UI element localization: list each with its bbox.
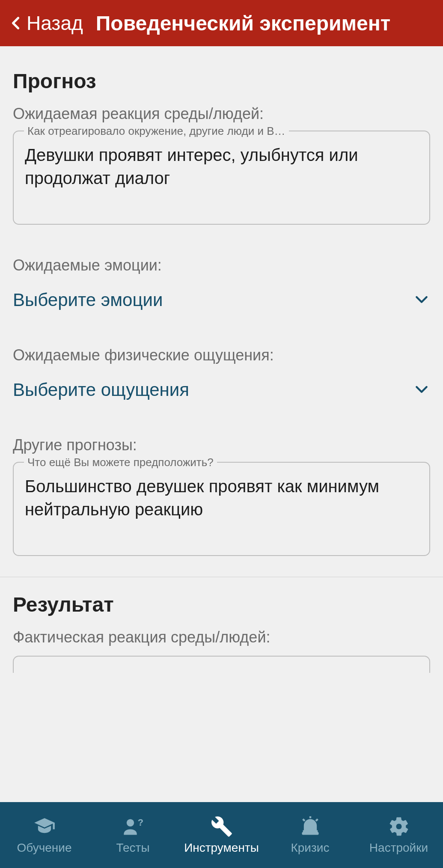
- nav-tools[interactable]: Инструменты: [177, 802, 266, 868]
- select-sensations-dropdown[interactable]: Выберите ощущения: [13, 372, 430, 404]
- nav-crisis-label: Кризис: [291, 841, 329, 855]
- expected-reaction-input[interactable]: Как отреагировало окружение, другие люди…: [13, 131, 430, 225]
- graduation-cap-icon: [33, 815, 56, 838]
- nav-tools-label: Инструменты: [184, 841, 259, 855]
- chevron-down-icon: [413, 380, 430, 399]
- expected-reaction-float-label: Как отреагировало окружение, другие люди…: [24, 125, 289, 138]
- content-area: Прогноз Ожидаемая реакция среды/людей: К…: [0, 46, 443, 802]
- back-label: Назад: [27, 12, 83, 35]
- other-forecasts-label: Другие прогнозы:: [13, 436, 430, 454]
- svg-text:?: ?: [137, 817, 143, 828]
- nav-learn-label: Обучение: [17, 841, 71, 855]
- page-title: Поведенческий эксперимент: [96, 12, 390, 35]
- expected-emotions-label: Ожидаемые эмоции:: [13, 256, 430, 274]
- person-question-icon: ?: [122, 815, 144, 838]
- nav-settings-label: Настройки: [369, 841, 428, 855]
- expected-reaction-value: Девушки проявят интерес, улыбнутся или п…: [25, 143, 418, 190]
- other-forecasts-value: Большинство девушек проявят как минимум …: [25, 475, 418, 521]
- other-forecasts-input[interactable]: Что ещё Вы можете предположить? Большинс…: [13, 462, 430, 556]
- section-divider: [0, 577, 443, 577]
- svg-line-3: [303, 819, 304, 821]
- tools-icon: [211, 815, 233, 838]
- nav-learn[interactable]: Обучение: [0, 802, 89, 868]
- gears-icon: [388, 815, 410, 838]
- other-forecasts-float-label: Что ещё Вы можете предположить?: [24, 456, 217, 469]
- nav-crisis[interactable]: Кризис: [266, 802, 354, 868]
- expected-reaction-label: Ожидаемая реакция среды/людей:: [13, 105, 430, 123]
- bottom-nav: Обучение ? Тесты Инструменты Кризис Наст…: [0, 802, 443, 868]
- select-emotions-text: Выберите эмоции: [13, 290, 163, 310]
- svg-line-4: [316, 819, 318, 821]
- alarm-icon: [299, 815, 321, 838]
- app-bar: Назад Поведенческий эксперимент: [0, 0, 443, 46]
- result-section-title: Результат: [13, 593, 430, 616]
- nav-tests-label: Тесты: [116, 841, 149, 855]
- chevron-down-icon: [413, 291, 430, 309]
- chevron-left-icon: [9, 12, 24, 34]
- nav-settings[interactable]: Настройки: [354, 802, 443, 868]
- svg-point-0: [126, 819, 134, 826]
- nav-tests[interactable]: ? Тесты: [89, 802, 177, 868]
- back-button[interactable]: Назад: [9, 12, 83, 35]
- select-emotions-dropdown[interactable]: Выберите эмоции: [13, 282, 430, 315]
- expected-sensations-label: Ожидаемые физические ощущения:: [13, 346, 430, 364]
- actual-reaction-label: Фактическая реакция среды/людей:: [13, 628, 430, 646]
- svg-rect-2: [309, 816, 311, 818]
- select-sensations-text: Выберите ощущения: [13, 380, 189, 400]
- actual-reaction-input[interactable]: [13, 656, 430, 673]
- forecast-section-title: Прогноз: [13, 69, 430, 93]
- svg-rect-5: [302, 832, 318, 835]
